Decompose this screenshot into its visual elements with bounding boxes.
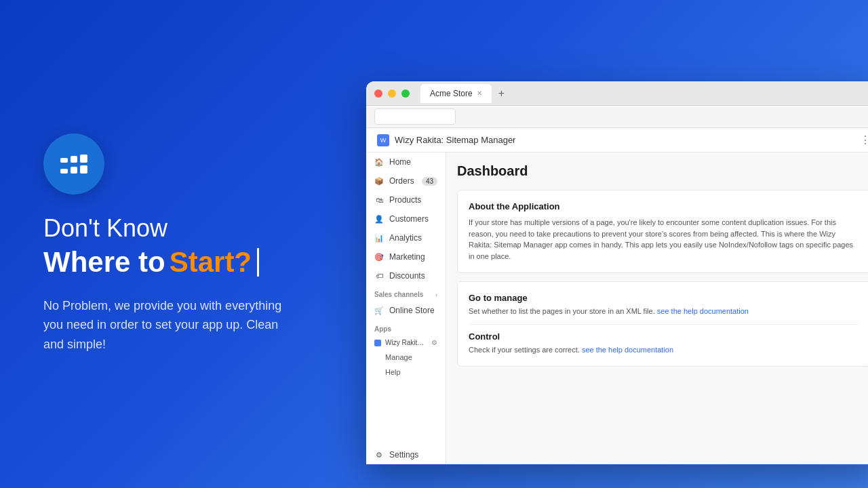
control-title: Control [469,331,859,342]
sidebar-item-manage[interactable]: Manage [366,350,446,365]
control-link[interactable]: see the help documentation [582,346,673,354]
sidebar-item-analytics[interactable]: 📊 Analytics [366,228,446,247]
online-store-label: Online Store [389,306,435,315]
apps-section: Apps [366,320,446,336]
sidebar-item-home[interactable]: 🏠 Home [366,152,446,171]
control-text: Check if your settings are correct. see … [469,344,859,356]
settings-label: Settings [389,450,418,460]
main-content-area: Dashboard About the Application If your … [446,152,868,464]
go-to-manage-text: Set whether to list the pages in your st… [469,306,859,317]
left-panel: Don't Know Where to Start? No Problem, w… [43,0,342,488]
address-bar[interactable] [374,108,456,125]
about-card-text: If your store has multiple versions of a… [469,217,859,262]
main-body: Dashboard About the Application If your … [446,152,868,386]
app-header: W Wizy Rakita: Sitemap Manager ⋮ [366,128,868,152]
headline-highlight: Start? [170,245,252,279]
orders-icon: 📦 [374,176,384,186]
sidebar-home-label: Home [389,157,411,167]
sidebar-products-label: Products [389,195,421,205]
sales-channels-arrow: › [435,291,437,298]
page-title: Dashboard [457,163,868,179]
browser-tab[interactable]: Acme Store ✕ [420,84,492,103]
sidebar-item-marketing[interactable]: 🎯 Marketing [366,247,446,266]
sidebar-marketing-label: Marketing [389,252,425,262]
about-card-title: About the Application [469,201,859,211]
traffic-light-green[interactable] [401,89,410,98]
sidebar-item-settings[interactable]: ⚙ Settings [366,443,446,464]
app-name-label: Wizy Rakita: Sitemap... [385,339,427,346]
sidebar-customers-label: Customers [389,214,429,224]
go-to-manage-title: Go to manage [469,293,859,303]
apps-title: Apps [374,325,391,333]
about-card: About the Application If your store has … [457,190,868,273]
sidebar-item-app[interactable]: Wizy Rakita: Sitemap... ⚙ [366,336,446,350]
logo-icon [60,155,87,174]
go-to-manage-link[interactable]: see the help documentation [657,307,749,315]
app-dot-icon [374,340,381,346]
sidebar-discounts-label: Discounts [389,271,425,281]
sidebar-item-products[interactable]: 🛍 Products [366,190,446,209]
control-text-content: Check if your settings are correct. [469,346,580,354]
marketing-icon: 🎯 [374,252,384,262]
sidebar-item-orders[interactable]: 📦 Orders 43 [366,171,446,190]
sidebar-item-discounts[interactable]: 🏷 Discounts [366,266,446,285]
sidebar-item-online-store[interactable]: 🛒 Online Store [366,301,446,320]
online-store-icon: 🛒 [374,306,384,315]
sidebar-orders-label: Orders [389,176,414,186]
tab-add-button[interactable]: + [494,86,509,101]
sidebar-item-customers[interactable]: 👤 Customers [366,209,446,228]
home-icon: 🏠 [374,157,384,167]
headline-bottom: Where to Start? [43,245,342,279]
traffic-light-red[interactable] [374,89,382,98]
tab-title: Acme Store [430,89,473,98]
browser-window: Acme Store ✕ + W Wizy Rakita: Sitemap Ma… [366,81,868,464]
sales-channels-section: Sales channels › [366,285,446,301]
settings-icon: ⚙ [374,450,384,460]
app-title-text: Wizy Rakita: Sitemap Manager [395,135,515,145]
app-icon-letter: W [380,137,387,144]
customers-icon: 👤 [374,214,384,224]
header-action-button[interactable]: ⋮ [860,134,868,146]
orders-badge: 43 [422,177,437,186]
manage-control-card: Go to manage Set whether to list the pag… [457,281,868,367]
app-icon-small: W [377,134,389,146]
address-bar-row [366,106,868,128]
browser-titlebar: Acme Store ✕ + [366,81,868,106]
subtext: No Problem, we provide you with everythi… [43,296,301,354]
shopify-sidebar: 🏠 Home 📦 Orders 43 🛍 Products 👤 Customer… [366,152,446,464]
tab-close-button[interactable]: ✕ [477,89,482,97]
analytics-icon: 📊 [374,233,384,243]
headline-prefix: Where to [43,245,165,279]
products-icon: 🛍 [374,195,384,205]
discounts-icon: 🏷 [374,271,384,281]
control-section: Control Check if your settings are corre… [469,331,859,356]
browser-content: 🏠 Home 📦 Orders 43 🛍 Products 👤 Customer… [366,152,868,464]
sales-channels-title: Sales channels [374,291,423,298]
app-header-title: W Wizy Rakita: Sitemap Manager [377,134,515,146]
sidebar-analytics-label: Analytics [389,233,422,243]
headline-top: Don't Know [43,214,342,243]
go-to-manage-text-content: Set whether to list the pages in your st… [469,307,655,315]
cursor-blink [257,248,259,277]
logo-circle [43,134,104,195]
traffic-light-yellow[interactable] [388,89,396,98]
tab-bar: Acme Store ✕ + [420,84,868,103]
app-settings-icon: ⚙ [431,339,437,346]
go-to-manage-section: Go to manage Set whether to list the pag… [469,293,859,325]
sidebar-item-help[interactable]: Help [366,365,446,380]
